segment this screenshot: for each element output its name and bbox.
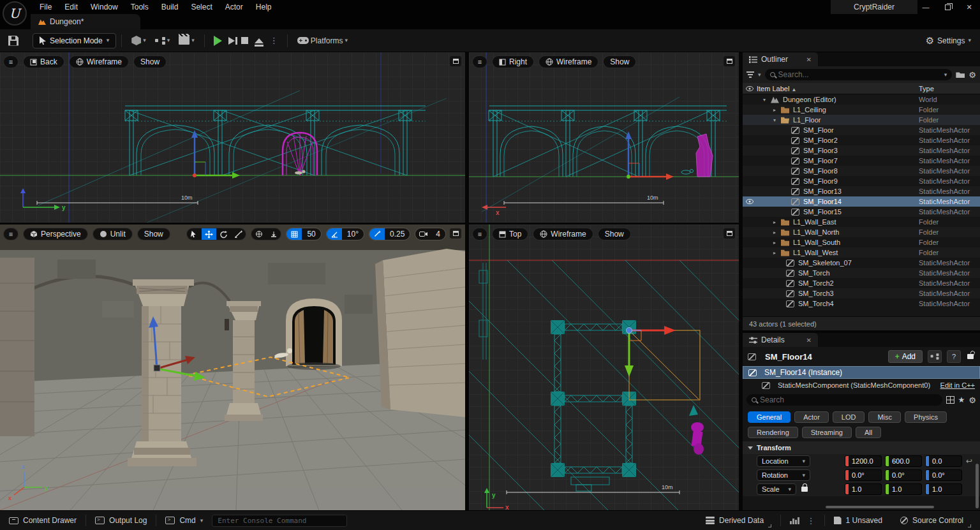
filter-chip-misc[interactable]: Misc [868,411,901,423]
cmd-dropdown[interactable]: Cmd ▾ [156,511,212,530]
unreal-engine-logo-icon[interactable]: U [3,1,27,26]
rotation-z-field[interactable]: 0.0° [925,469,962,481]
content-drawer-button[interactable]: Content Drawer [0,511,85,530]
selection-mode-dropdown[interactable]: Selection Mode ▾ [33,33,116,48]
horizontal-scrollbar[interactable] [826,506,934,508]
details-search-input[interactable]: Search [746,394,942,406]
minimize-button[interactable]: — [915,0,937,14]
viewport-options-menu[interactable]: ≡ [3,228,19,240]
camera-speed-control[interactable]: 4 [415,228,446,240]
outliner-row[interactable]: SM_Floor14 StaticMeshActor [743,196,980,207]
viewport-options-menu[interactable]: ≡ [3,55,19,68]
unsaved-changes-button[interactable]: 1 Unsaved [825,511,891,530]
expander-icon[interactable]: ▾ [773,117,781,123]
filter-chip-lod[interactable]: LOD [833,411,865,423]
rotation-dropdown[interactable]: Rotation▾ [757,469,810,481]
scale-z-field[interactable]: 1.0 [925,483,962,495]
add-actor-button[interactable]: + ▾ [131,36,146,45]
menu-item-tools[interactable]: Tools [124,1,155,13]
outliner-row[interactable]: ▸ L1_Wall_South Folder [743,237,980,247]
column-type[interactable]: Type [919,85,980,92]
blueprints-button[interactable]: ▾ [155,37,170,45]
menu-item-actor[interactable]: Actor [219,1,249,13]
cinematics-button[interactable]: ▾ [179,36,195,45]
location-x-field[interactable]: 1200.0 [845,455,882,467]
expander-icon[interactable]: ▸ [773,230,781,235]
expander-icon[interactable]: ▸ [773,240,781,246]
tab-details[interactable]: Details ✕ [743,333,818,347]
viewport-type-dropdown[interactable]: Perspective [23,228,88,240]
outliner-row[interactable]: SM_Torch4 StaticMeshActor [743,298,980,309]
outliner-row[interactable]: ▾ Dungeon (Editor) World [743,94,980,105]
outliner-row[interactable]: SM_Floor8 StaticMeshActor [743,166,980,176]
outliner-row[interactable]: ▸ L1_Wall_North Folder [743,227,980,237]
rotation-x-field[interactable]: 0.0° [845,469,882,481]
save-icon[interactable] [8,36,19,46]
view-mode-dropdown[interactable]: Wireframe [538,55,598,68]
filter-chip-general[interactable]: General [748,411,791,423]
scale-dropdown[interactable]: Scale▾ [757,483,796,495]
select-tool-icon[interactable] [187,228,202,240]
outliner-row[interactable]: SM_Floor9 StaticMeshActor [743,176,980,186]
outliner-row[interactable]: ▾ L1_Floor Folder [743,115,980,125]
outliner-row[interactable]: ▸ L1_Wall_East Folder [743,217,980,227]
tab-outliner[interactable]: Outliner ✕ [743,52,818,66]
rotation-snap-control[interactable]: 10° [326,228,364,240]
convert-to-blueprint-button[interactable] [928,350,942,363]
filter-chip-actor[interactable]: Actor [794,411,829,423]
scale-tool-icon[interactable] [231,228,246,240]
viewport-options-menu[interactable]: ≡ [472,55,487,68]
viewport-right[interactable]: 10m x ≡ Right Wireframe Show [469,52,739,223]
transform-section-header[interactable]: Transform [743,441,980,454]
scale-y-field[interactable]: 1.0 [885,483,922,495]
column-settings-icon[interactable] [946,396,954,404]
filter-chip-physics[interactable]: Physics [905,411,947,423]
outliner-row[interactable]: SM_Floor3 StaticMeshActor [743,145,980,156]
outliner-row[interactable]: ▸ L1_Wall_West Folder [743,247,980,258]
settings-dropdown[interactable]: ⚙ Settings ▾ [926,36,971,45]
more-options-kebab-icon[interactable]: ⋮ [807,516,815,526]
column-item-label[interactable]: Item Label ▲ [757,85,796,92]
outliner-row[interactable]: SM_Torch StaticMeshActor [743,268,980,278]
menu-item-select[interactable]: Select [184,1,218,13]
lock-scale-ratio-icon[interactable] [801,487,808,492]
unlock-icon[interactable] [967,354,974,359]
show-dropdown[interactable]: Show [133,55,167,68]
expander-icon[interactable]: ▸ [773,107,781,113]
vertical-scrollbar[interactable] [976,464,979,508]
close-tab-icon[interactable]: ✕ [806,56,812,63]
component-row-instance[interactable]: SM_Floor14 (Instance) [743,366,980,379]
details-settings-icon[interactable]: ⚙ [969,396,976,404]
outliner-row[interactable]: SM_Floor13 StaticMeshActor [743,186,980,196]
component-row-staticmesh[interactable]: StaticMeshComponent (StaticMeshComponent… [743,379,980,392]
maximize-viewport-button[interactable] [450,56,461,66]
edit-in-cpp-link[interactable]: Edit in C++ [940,381,975,389]
visibility-column-eye-icon[interactable] [743,86,757,91]
level-tab-dungeon[interactable]: Dungeon* [31,14,140,29]
chevron-down-icon[interactable]: ▾ [758,72,761,78]
help-button[interactable]: ? [947,350,961,363]
new-folder-icon[interactable] [956,71,965,78]
outliner-row[interactable]: SM_Skeleton_07 StaticMeshActor [743,258,980,268]
view-mode-dropdown[interactable]: Wireframe [533,228,593,240]
output-log-button[interactable]: Output Log [86,511,156,530]
add-component-button[interactable]: + Add [888,350,923,363]
favorites-star-icon[interactable]: ★ [958,395,965,404]
show-dropdown[interactable]: Show [603,55,636,68]
maximize-viewport-button[interactable] [724,228,735,239]
menu-item-build[interactable]: Build [155,1,185,13]
viewport-back[interactable]: 10m y ≡ Back Wireframe Show [0,52,465,223]
surface-snap-icon[interactable] [266,228,281,240]
location-z-field[interactable]: 0.0 [925,455,962,467]
reset-to-default-icon[interactable]: ↩ [966,457,975,466]
outliner-row[interactable]: SM_Floor2 StaticMeshActor [743,135,980,145]
insights-icon[interactable] [790,517,799,524]
show-dropdown[interactable]: Show [137,228,170,240]
outliner-row[interactable]: SM_Floor7 StaticMeshActor [743,156,980,166]
platforms-dropdown[interactable]: Platforms ▾ [297,36,348,45]
outliner-row[interactable]: SM_Torch3 StaticMeshActor [743,288,980,298]
console-command-input[interactable]: Enter Console Command [212,515,347,527]
maximize-viewport-button[interactable] [724,56,735,66]
play-icon[interactable] [214,36,222,46]
eye-icon[interactable] [743,199,757,204]
